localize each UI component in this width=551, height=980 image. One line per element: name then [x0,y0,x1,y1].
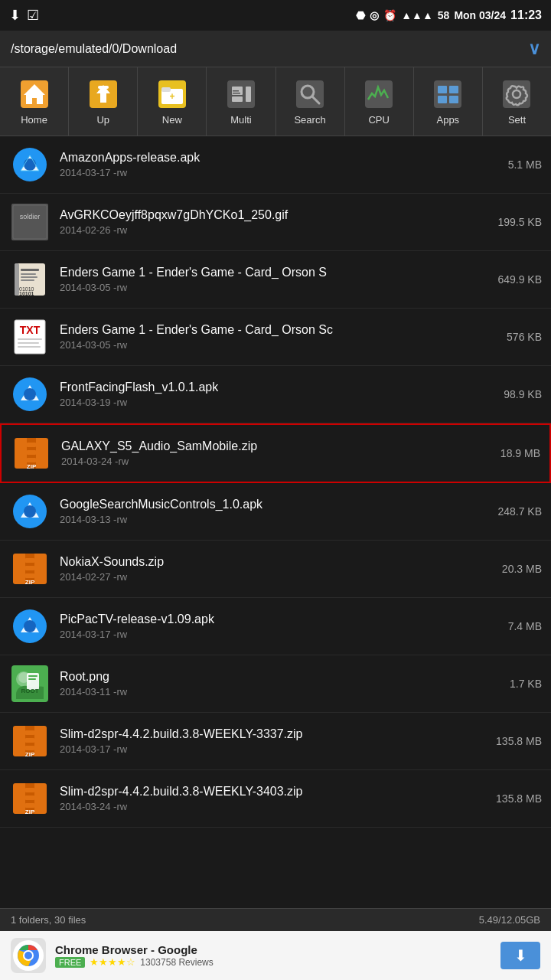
file-info: Slim-d2spr-4.4.2.build.3.8-WEEKLY-3337.z… [60,727,490,755]
svg-rect-23 [449,96,458,103]
svg-rect-54 [27,458,36,462]
svg-point-49 [24,388,36,400]
svg-rect-20 [438,86,447,93]
new-button[interactable]: + New [138,67,207,136]
cpu-label: CPU [368,114,389,126]
apk-icon [9,606,51,647]
multi-button[interactable]: Multi [207,67,276,136]
svg-rect-44 [18,338,42,340]
list-item[interactable]: ZIP GALAXY_S5_Audio_SamMobile.zip 2014-0… [0,423,551,483]
checkbox-status-icon: ☑ [27,7,39,24]
ad-free-badge: FREE [55,957,85,968]
svg-rect-77 [25,730,34,735]
settings-icon [500,77,533,111]
file-meta: 2014-03-17 -rw [60,629,502,640]
file-name: Slim-d2spr-4.4.2.build.3.8-WEEKLY-3337.z… [60,727,427,741]
file-count: 1 folders, 30 files [11,914,86,926]
svg-point-28 [24,158,36,171]
list-item[interactable]: TXT Enders Game 1 - Ender's Game - Card_… [0,309,551,366]
svg-rect-78 [25,738,34,743]
apk-icon [9,374,51,415]
apps-icon [431,77,465,111]
svg-rect-53 [27,450,36,455]
list-item[interactable]: soldier AvGRKCOeyjff8pqxw7gDhYCKo1_250.g… [0,194,551,251]
svg-rect-36 [21,269,39,271]
file-name: FrontFacingFlash_v1.0.1.apk [60,381,427,394]
list-item[interactable]: ZIP Slim-d2spr-4.4.2.build.3.8-WEEKLY-34… [0,770,551,828]
up-button[interactable]: Up [69,67,138,136]
gif-icon: soldier [9,201,51,243]
svg-rect-83 [25,788,34,792]
home-label: Home [21,114,47,126]
zip-icon: ZIP [9,778,51,819]
chevron-down-icon[interactable]: ∨ [528,39,540,59]
file-meta: 2014-03-17 -rw [60,743,490,755]
file-info: GALAXY_S5_Audio_SamMobile.zip 2014-03-24… [61,439,494,467]
list-item[interactable]: GoogleSearchMusicControls_1.0.apk 2014-0… [0,483,551,541]
toolbar: Home Up + New [0,67,551,136]
time-label: 11:23 [510,8,542,22]
file-name: Enders Game 1 - Ender's Game - Card_ Ors… [60,323,427,337]
svg-rect-21 [449,86,458,93]
cpu-button[interactable]: CPU [345,67,414,136]
wifi-icon: ▲▲▲ [401,9,433,21]
ad-download-button[interactable]: ⬇ [500,942,540,969]
list-item[interactable]: ZIP NokiaX-Sounds.zip 2014-02-27 -rw 20.… [0,541,551,598]
zip-icon: ZIP [9,548,51,590]
svg-text:ZIP: ZIP [25,579,35,586]
svg-rect-39 [21,279,34,281]
file-info: Root.png 2014-03-11 -rw [60,670,504,697]
file-meta: 2014-03-05 -rw [60,282,491,293]
svg-rect-85 [25,803,34,808]
file-size: 1.7 KB [510,678,542,690]
svg-point-90 [24,952,32,959]
file-meta: 2014-02-27 -rw [60,571,496,583]
png-icon: ROOT [9,663,51,704]
file-size: 576 KB [507,331,542,343]
list-item[interactable]: ZIP Slim-d2spr-4.4.2.build.3.8-WEEKLY-33… [0,713,551,770]
svg-rect-52 [27,443,36,447]
svg-rect-84 [25,795,34,800]
list-item[interactable]: ROOT Root.png 2014-03-11 -rw 1.7 KB [0,655,551,713]
svg-rect-37 [21,273,36,275]
multi-icon [224,77,258,111]
file-meta: 2014-03-17 -rw [60,167,502,178]
svg-text:+: + [169,91,174,102]
txt-icon: TXT [9,316,51,358]
ad-reviews: 1303758 Reviews [140,957,213,968]
list-item[interactable]: 10101 01010 Enders Game 1 - Ender's Game… [0,251,551,309]
svg-rect-45 [18,342,39,344]
file-size: 199.5 KB [497,216,542,228]
up-label: Up [96,114,109,126]
svg-text:ROOT: ROOT [21,688,38,694]
svg-rect-73 [28,678,36,680]
svg-rect-79 [25,746,34,750]
list-item[interactable]: FrontFacingFlash_v1.0.1.apk 2014-03-19 -… [0,366,551,423]
svg-rect-13 [233,90,239,92]
file-size: 7.4 MB [508,620,542,632]
battery-value: 58 [438,9,450,21]
zip-icon: ZIP [9,720,51,762]
file-meta: 2014-03-19 -rw [60,397,497,408]
ad-bar[interactable]: Chrome Browser - Google FREE ★★★★☆ 13037… [0,931,551,980]
file-size: 649.9 KB [497,273,542,286]
file-info: Slim-d2spr-4.4.2.build.3.8-WEEKLY-3403.z… [60,785,490,812]
ad-sub: FREE ★★★★☆ 1303758 Reviews [55,956,491,968]
home-button[interactable]: Home [0,67,69,136]
file-info: Enders Game 1 - Ender's Game - Card_ Ors… [60,323,500,351]
multi-label: Multi [230,114,251,126]
search-button[interactable]: Search [276,67,345,136]
list-item[interactable]: PicPacTV-release-v1.09.apk 2014-03-17 -r… [0,598,551,655]
file-size: 98.9 KB [504,388,542,400]
file-meta: 2014-03-13 -rw [60,514,491,525]
file-info: AmazonApps-release.apk 2014-03-17 -rw [60,151,502,178]
svg-text:10101: 10101 [19,291,34,296]
ad-title: Chrome Browser - Google [55,943,491,956]
settings-button[interactable]: Sett [483,67,551,136]
apps-button[interactable]: Apps [414,67,483,136]
svg-point-67 [24,620,36,632]
file-meta: 2014-03-11 -rw [60,686,504,697]
file-info: NokiaX-Sounds.zip 2014-02-27 -rw [60,555,496,583]
search-label: Search [294,114,325,126]
list-item[interactable]: AmazonApps-release.apk 2014-03-17 -rw 5.… [0,136,551,194]
